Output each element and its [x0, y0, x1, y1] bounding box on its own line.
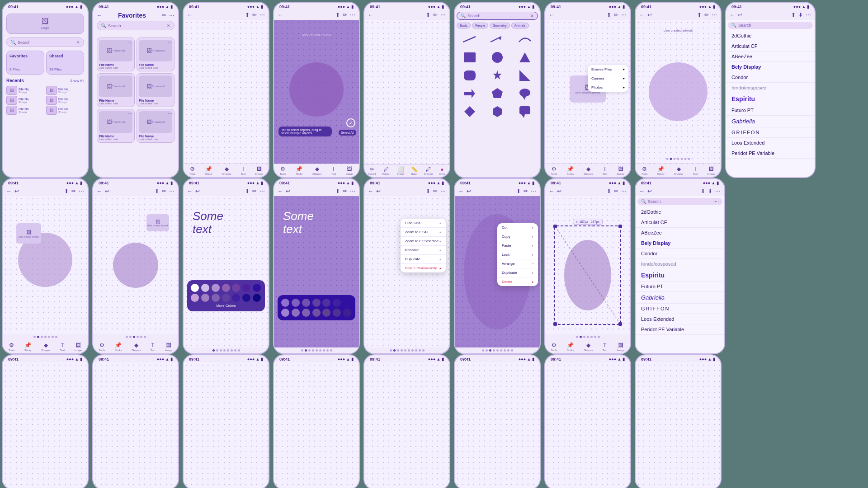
edit-icon[interactable]: ✏ [162, 12, 166, 19]
back-btn-2[interactable]: ← [278, 12, 283, 18]
draw-canvas[interactable] [364, 20, 449, 164]
file-card-1[interactable]: 🖼Thumbnail File Name Last edited date ⋯ [97, 38, 135, 71]
file-menu-4[interactable]: ⋯ [168, 75, 172, 80]
color-11[interactable] [232, 294, 240, 302]
rename-item[interactable]: Rename● [401, 246, 446, 255]
select-all-btn[interactable]: Select All [339, 130, 356, 136]
image-btn[interactable]: 🖼Image [255, 166, 263, 175]
handle-tl[interactable] [553, 225, 557, 228]
home-search[interactable]: 🔍 Search ✕ [6, 38, 84, 47]
font-item-1[interactable]: 2dGothic [726, 31, 815, 41]
camera-item[interactable]: Camera● [588, 74, 628, 83]
more-dots-icon-2[interactable]: ⋯ [350, 12, 355, 18]
tab-shared[interactable]: Shared 28 Files [46, 51, 84, 75]
chip-basic[interactable]: Basic [457, 23, 471, 28]
font-item-9[interactable]: Gabriella [726, 116, 815, 127]
f4[interactable]: Bely Display [636, 238, 724, 249]
color-4[interactable] [232, 284, 240, 292]
duplicate-obj-item[interactable]: Duplicate● [497, 268, 538, 277]
f6[interactable]: fondo/cosposed [636, 259, 724, 269]
file-menu-6[interactable]: ⋯ [168, 111, 172, 116]
color-tool[interactable]: ●Color [439, 166, 445, 175]
canvas-object-ctx[interactable]: Cut● Copy● Paste● Lock● Arrange› Duplica… [455, 196, 540, 347]
canvas-light[interactable]: User created artwork [636, 20, 721, 164]
selection-box[interactable] [554, 225, 621, 325]
canvas-b3[interactable] [184, 362, 269, 488]
canvas-text-dark[interactable]: Sometext [274, 196, 359, 347]
f8[interactable]: Futuro PT [636, 282, 724, 292]
f12[interactable]: Peridot PE Variable [636, 324, 724, 335]
shape-arrow-line[interactable] [484, 31, 510, 47]
browse-files-item[interactable]: Browse Files● [588, 65, 628, 74]
color-13[interactable] [253, 294, 261, 302]
chip-animals[interactable]: Animals [511, 23, 529, 28]
font-item-7[interactable]: Espiritu [726, 93, 815, 105]
color-white[interactable] [191, 284, 199, 292]
handle-br[interactable] [618, 322, 622, 326]
font-item-2[interactable]: Articulat CF [726, 41, 815, 52]
f1[interactable]: 2dGothic [636, 207, 724, 217]
canvas-img[interactable]: 🖼 User created artwork Browse Files● Cam… [545, 20, 630, 164]
lock-item[interactable]: Lock● [497, 250, 538, 259]
canvas-img2[interactable]: 🖼 User created artwork [3, 196, 88, 334]
color-1[interactable] [201, 284, 209, 292]
file-card-4[interactable]: 🖼Thumbnail File Name Last edited date ⋯ [137, 73, 175, 107]
font-item-4[interactable]: Bely Display [726, 62, 815, 72]
cut-item[interactable]: Cut● [497, 223, 538, 232]
canvas-text-color[interactable]: Sometext [184, 196, 269, 347]
arrange-item[interactable]: Arrange› [497, 259, 538, 268]
font-item-6[interactable]: fondo/cosposed [726, 83, 815, 93]
f2[interactable]: Articulat CF [636, 217, 724, 228]
chip-people[interactable]: People [472, 23, 488, 28]
font-item-10[interactable]: GRIFFON [726, 127, 815, 138]
file-menu-2[interactable]: ⋯ [168, 40, 172, 45]
f10[interactable]: GRIFFON [636, 304, 724, 314]
font-item-5[interactable]: Condor [726, 72, 815, 83]
shape-curve[interactable] [512, 31, 538, 47]
f11[interactable]: Loos Extended [636, 314, 724, 324]
more-dots-icon[interactable]: ⋯ [259, 12, 265, 18]
back-icon[interactable]: ← [97, 12, 102, 19]
favorites-search[interactable]: 🔍 Search ✕ [97, 21, 175, 30]
crayon-tool[interactable]: 🖍Crayon [424, 166, 433, 175]
font-item-3[interactable]: ABeeZee [726, 52, 815, 62]
f5[interactable]: Condor [636, 249, 724, 259]
color-6[interactable] [253, 284, 261, 292]
zoom-fit-selected-item[interactable]: Zoom to Fit Selected● [401, 237, 446, 246]
shape-pentagon[interactable] [484, 85, 510, 102]
f9[interactable]: Gabriella [636, 292, 724, 304]
duplicate-item[interactable]: Duplicate● [401, 255, 446, 264]
color-3[interactable] [222, 284, 230, 292]
font-search[interactable]: 🔍 Search ⋯ [728, 22, 813, 29]
back-btn-draw[interactable]: ← [368, 12, 373, 18]
handle-bl[interactable] [553, 322, 557, 326]
font-item-11[interactable]: Loos Extended [726, 138, 815, 148]
canvas-b4[interactable] [274, 362, 359, 488]
file-card-2[interactable]: 🖼Thumbnail File Name Last edited date ⋯ [137, 38, 175, 71]
shape-rounded-speech[interactable] [512, 103, 538, 120]
canvas-b6[interactable] [455, 362, 540, 488]
ruler-tool[interactable]: 📏Ruler [411, 166, 418, 175]
pencil-icon[interactable]: ✏ [252, 12, 257, 18]
share-icon[interactable]: ⬆ [245, 12, 250, 18]
zoom-fit-all-item[interactable]: Zoom to Fit All● [401, 228, 446, 237]
share-icon-2[interactable]: ⬆ [335, 12, 340, 18]
color-9[interactable] [212, 294, 220, 302]
canvas-selection[interactable]: x: 187px - 287px [545, 196, 630, 334]
shape-right-triangle[interactable] [512, 67, 538, 84]
delete-obj-item[interactable]: Delete● [497, 277, 538, 286]
shape-star[interactable] [484, 67, 510, 84]
shape-rect[interactable] [457, 49, 482, 66]
f3[interactable]: ABeeZee [636, 228, 724, 238]
text-btn[interactable]: TText [241, 166, 245, 175]
back-btn[interactable]: ← [187, 12, 193, 18]
color-2[interactable] [212, 284, 220, 292]
shape-triangle[interactable] [512, 49, 538, 66]
font-item-12[interactable]: Peridot PE Variable [726, 148, 815, 159]
shape-speech-bubble[interactable] [512, 85, 538, 102]
sticky-btn[interactable]: 📌Sticky [205, 166, 212, 175]
file-menu-1[interactable]: ⋯ [128, 40, 132, 45]
canvas-b1[interactable] [3, 362, 88, 488]
file-card-6[interactable]: 🖼Thumbnail File Name Last edited date ⋯ [137, 109, 175, 143]
canvas-area-1[interactable] [184, 20, 269, 164]
